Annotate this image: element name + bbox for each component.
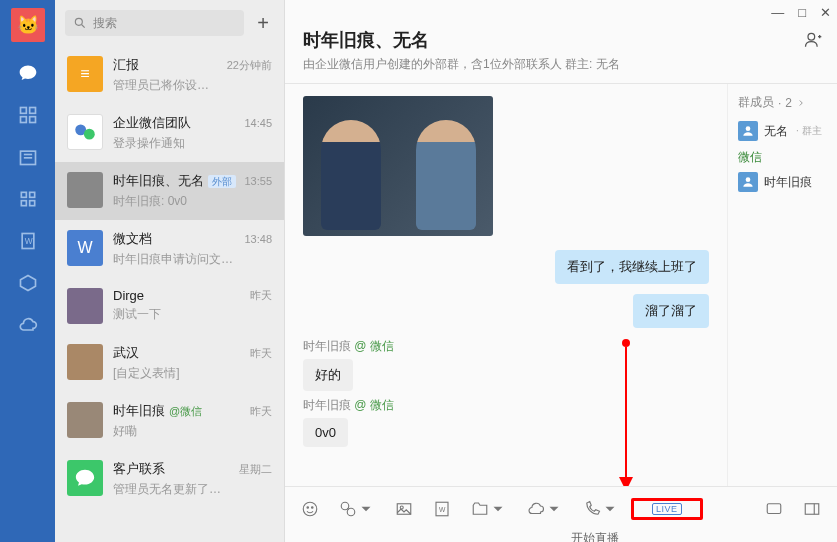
- svg-rect-1: [29, 108, 35, 114]
- cloud-icon[interactable]: [527, 500, 563, 518]
- live-button[interactable]: LIVE: [652, 503, 682, 515]
- doc-icon[interactable]: W: [433, 500, 451, 518]
- member-name: 时年旧痕: [764, 174, 812, 191]
- chevron-down-icon: [357, 500, 375, 518]
- sender-name: 时年旧痕: [303, 398, 351, 412]
- sender-via: @ 微信: [354, 398, 394, 412]
- conversation-item[interactable]: 客户联系星期二管理员无名更新了…: [55, 450, 284, 508]
- chevron-right-icon: [796, 98, 806, 108]
- member-row[interactable]: 无名 · 群主: [738, 121, 827, 141]
- conv-preview: 测试一下: [113, 306, 272, 323]
- conv-name: Dirge: [113, 288, 144, 303]
- conversation-item[interactable]: 武汉昨天[自定义表情]: [55, 334, 284, 392]
- svg-point-21: [746, 126, 751, 131]
- add-button[interactable]: +: [252, 12, 274, 34]
- member-avatar: [738, 121, 758, 141]
- conv-preview: 管理员已将你设…: [113, 77, 272, 94]
- svg-rect-8: [29, 192, 34, 197]
- conv-time: 昨天: [250, 346, 272, 361]
- collapse-icon[interactable]: [803, 500, 821, 518]
- search-input[interactable]: 搜索: [65, 10, 244, 36]
- members-header[interactable]: 群成员 · 2: [738, 94, 827, 111]
- chevron-down-icon: [545, 500, 563, 518]
- svg-rect-39: [805, 503, 819, 514]
- screenshot-icon[interactable]: [339, 500, 375, 518]
- maximize-button[interactable]: □: [798, 6, 806, 19]
- conv-preview: 好嘞: [113, 423, 272, 440]
- conv-preview: 时年旧痕申请访问文…: [113, 251, 272, 268]
- member-panel: 群成员 · 2 无名 · 群主 微信 时年旧痕: [727, 84, 837, 486]
- message-area: 看到了，我继续上班了 溜了溜了 时年旧痕 @ 微信 好的 时年旧痕 @ 微信 0…: [285, 84, 727, 486]
- conversation-item[interactable]: ≡汇报22分钟前管理员已将你设…: [55, 46, 284, 104]
- chat-pane: — □ ✕ 时年旧痕、无名 由企业微信用户创建的外部群，含1位外部联系人 群主:…: [285, 0, 837, 542]
- input-toolbar: W LIVE: [285, 486, 837, 530]
- conv-name: 客户联系: [113, 460, 165, 478]
- close-button[interactable]: ✕: [820, 6, 831, 19]
- svg-point-23: [303, 502, 317, 516]
- chat-icon[interactable]: [17, 62, 39, 84]
- conv-preview: 登录操作通知: [113, 135, 272, 152]
- quick-reply-icon[interactable]: [765, 500, 783, 518]
- outgoing-message[interactable]: 看到了，我继续上班了: [555, 250, 709, 284]
- folder-icon[interactable]: [471, 500, 507, 518]
- nav-rail: 🐱 W: [0, 0, 55, 542]
- conversation-item[interactable]: Dirge昨天测试一下: [55, 278, 284, 334]
- conversation-item[interactable]: 时年旧痕@微信昨天好嘞: [55, 392, 284, 450]
- conv-time: 昨天: [250, 404, 272, 419]
- chat-title: 时年旧痕、无名: [303, 28, 819, 52]
- image-message[interactable]: [303, 96, 493, 236]
- message-bubble[interactable]: 0v0: [303, 418, 348, 447]
- sender-via: @ 微信: [354, 339, 394, 353]
- message-bubble[interactable]: 好的: [303, 359, 353, 391]
- svg-rect-0: [20, 108, 26, 114]
- conv-name: 时年旧痕、无名外部: [113, 172, 236, 190]
- calendar-icon[interactable]: [17, 146, 39, 168]
- apps-icon[interactable]: [17, 188, 39, 210]
- members-section-label: 微信: [738, 149, 827, 166]
- conversation-item[interactable]: 企业微信团队14:45登录操作通知: [55, 104, 284, 162]
- conv-preview: 管理员无名更新了…: [113, 481, 272, 498]
- conv-name: 武汉: [113, 344, 139, 362]
- conversation-list: 搜索 + ≡汇报22分钟前管理员已将你设…企业微信团队14:45登录操作通知时年…: [55, 0, 285, 542]
- svg-rect-3: [29, 117, 35, 123]
- outgoing-message[interactable]: 溜了溜了: [633, 294, 709, 328]
- message-input[interactable]: 开始直播: [285, 530, 837, 542]
- svg-point-17: [84, 129, 95, 140]
- svg-marker-29: [362, 506, 371, 511]
- contacts-icon[interactable]: [17, 104, 39, 126]
- incoming-message: 时年旧痕 @ 微信 0v0: [303, 397, 709, 447]
- search-placeholder: 搜索: [93, 15, 117, 32]
- minimize-button[interactable]: —: [771, 6, 784, 19]
- add-member-button[interactable]: [803, 30, 823, 54]
- svg-rect-7: [21, 192, 26, 197]
- conv-name: 汇报: [113, 56, 139, 74]
- svg-rect-10: [29, 201, 34, 206]
- emoji-icon[interactable]: [301, 500, 319, 518]
- svg-marker-13: [20, 276, 35, 291]
- svg-rect-37: [767, 503, 781, 513]
- chevron-down-icon: [601, 500, 619, 518]
- svg-marker-35: [550, 506, 559, 511]
- conv-preview: 时年旧痕: 0v0: [113, 193, 272, 210]
- meeting-icon[interactable]: [17, 272, 39, 294]
- call-icon[interactable]: [583, 500, 619, 518]
- conversation-item[interactable]: 时年旧痕、无名外部13:55时年旧痕: 0v0: [55, 162, 284, 220]
- svg-point-24: [307, 506, 309, 508]
- conv-time: 22分钟前: [227, 58, 272, 73]
- cloud-icon[interactable]: [17, 314, 39, 336]
- conv-time: 13:48: [244, 233, 272, 245]
- docs-icon[interactable]: W: [17, 230, 39, 252]
- chat-description: 由企业微信用户创建的外部群，含1位外部联系人 群主: 无名: [303, 56, 819, 73]
- svg-point-18: [808, 33, 815, 40]
- chevron-down-icon: [489, 500, 507, 518]
- conversation-item[interactable]: W微文档13:48时年旧痕申请访问文…: [55, 220, 284, 278]
- sender-name: 时年旧痕: [303, 339, 351, 353]
- conv-time: 昨天: [250, 288, 272, 303]
- member-row[interactable]: 时年旧痕: [738, 172, 827, 192]
- user-avatar[interactable]: 🐱: [11, 8, 45, 42]
- conv-name: 时年旧痕@微信: [113, 402, 202, 420]
- conv-time: 星期二: [239, 462, 272, 477]
- svg-point-22: [746, 177, 751, 182]
- image-icon[interactable]: [395, 500, 413, 518]
- conv-name: 企业微信团队: [113, 114, 191, 132]
